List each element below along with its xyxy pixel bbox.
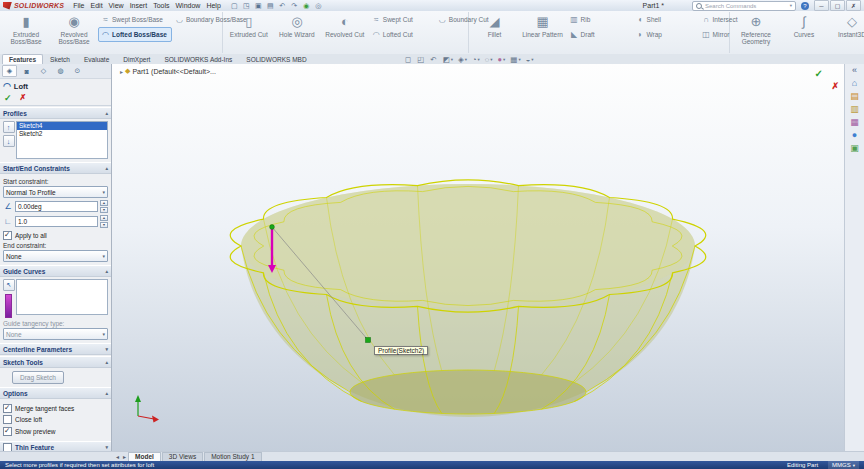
ribbon-button[interactable]: Lofted Boss/Base [98,27,172,42]
ribbon-button[interactable]: Rib [567,12,633,27]
ribbon-button[interactable]: Linear Pattern [519,12,567,53]
option-row[interactable]: Show preview [3,427,108,436]
length-spinner[interactable]: ▲▼ [100,215,108,228]
dimxpert-tab[interactable] [36,65,51,77]
ribbon-button[interactable]: Instant3D [828,12,864,53]
tangent-length-input[interactable]: 1.0 [15,216,98,227]
guide-curves-list[interactable] [16,279,108,315]
maximize-button[interactable]: ▢ [830,0,845,11]
tab-scroll-right-icon[interactable]: ▸ [121,453,128,460]
command-tab[interactable]: DimXpert [116,54,157,64]
ribbon-button[interactable]: Extruded Cut [225,12,273,53]
ribbon-button[interactable]: Shell [633,12,699,27]
breadcrumb[interactable]: ▸ ◆ Part1 (Default<<Default>... [120,67,216,75]
ok-button[interactable]: ✓ [4,93,12,103]
open-icon[interactable] [242,2,251,10]
angle-spinner[interactable]: ▲▼ [100,200,108,213]
print-icon[interactable] [266,2,275,10]
profile-list-item[interactable]: Sketch4 [17,122,107,130]
section-view-icon[interactable]: ▾ [443,55,453,64]
drag-sketch-button[interactable]: Drag Sketch [12,371,64,384]
tab-scroll-left-icon[interactable]: ◂ [114,453,121,460]
view-palette-icon[interactable] [850,118,859,127]
constraints-section-header[interactable]: Start/End Constraints [0,162,111,174]
display-manager-tab[interactable] [53,65,68,77]
menu-item[interactable]: File [70,2,87,9]
viewport-cancel-button[interactable]: ✗ [831,81,839,91]
option-checkbox[interactable] [3,404,12,413]
save-icon[interactable] [254,2,263,10]
close-button[interactable]: ✗ [846,0,861,11]
rebuild-icon[interactable] [302,2,311,10]
option-checkbox[interactable] [3,415,12,424]
menu-item[interactable]: Tools [150,2,172,9]
profiles-list[interactable]: Sketch4Sketch2 [16,121,108,159]
appearances-icon[interactable] [852,131,857,140]
resources-icon[interactable] [852,79,857,88]
apply-to-all-row[interactable]: Apply to all [3,231,108,240]
profiles-section-header[interactable]: Profiles [0,107,111,119]
ribbon-button[interactable]: Lofted Cut [369,27,435,42]
guide-tangency-select[interactable]: None [3,328,108,340]
search-input[interactable]: Search Commands ▾ [692,1,796,11]
units-selector[interactable]: MMGS ▾ [828,461,859,469]
cancel-button[interactable]: ✗ [20,93,27,103]
undo-icon[interactable] [278,2,287,10]
option-row[interactable]: Merge tangent faces [3,404,108,413]
redo-icon[interactable] [290,2,299,10]
help-icon[interactable]: ? [801,2,809,10]
zoom-fit-icon[interactable] [405,55,412,64]
sketch-tools-section-header[interactable]: Sketch Tools [0,356,111,368]
command-tab[interactable]: Features [2,54,43,64]
menu-item[interactable]: Insert [127,2,151,9]
options-section-header[interactable]: Options [0,387,111,399]
ribbon-button[interactable]: Swept Boss/Base [98,12,172,27]
ribbon-button[interactable]: Curves [780,12,828,53]
document-tab[interactable]: Model [128,452,161,461]
file-explorer-icon[interactable] [850,105,859,114]
pin-tab[interactable] [70,65,85,77]
menu-item[interactable]: Help [203,2,223,9]
ribbon-button[interactable]: Extruded Boss/Base [2,12,50,53]
ribbon-button[interactable]: Hole Wizard [273,12,321,53]
ribbon-button[interactable]: Fillet [471,12,519,53]
viewport-ok-button[interactable]: ✓ [815,68,823,79]
ribbon-button[interactable]: Draft [567,27,633,42]
ribbon-button[interactable]: Wrap [633,27,699,42]
property-manager-tab[interactable] [2,65,17,77]
option-row[interactable]: Close loft [3,415,108,424]
configuration-manager-tab[interactable] [19,65,34,77]
profile-handle[interactable] [366,338,371,343]
guide-curves-section-header[interactable]: Guide Curves [0,265,111,277]
connector-end-handle[interactable] [270,266,274,270]
command-tab[interactable]: SOLIDWORKS Add-Ins [157,54,239,64]
graphics-viewport[interactable]: ▸ ◆ Part1 (Default<<Default>... ✓ ✗ Prof… [112,64,845,452]
guide-select-button[interactable] [3,279,15,291]
taskpane-collapse-icon[interactable] [852,66,857,75]
zoom-area-icon[interactable] [417,55,425,64]
apply-scene-icon[interactable]: ▾ [510,55,520,64]
view-settings-icon[interactable]: ▾ [526,55,534,64]
command-tab[interactable]: SOLIDWORKS MBD [239,54,313,64]
custom-properties-icon[interactable] [850,144,859,153]
end-constraint-select[interactable]: None [3,250,108,262]
menu-item[interactable]: Edit [88,2,106,9]
option-checkbox[interactable] [3,427,12,436]
document-tab[interactable]: 3D Views [162,452,203,461]
centerline-section-header[interactable]: Centerline Parameters [0,343,111,355]
edit-appearance-icon[interactable]: ▾ [498,55,506,64]
document-tab[interactable]: Motion Study 1 [204,452,261,461]
ribbon-button[interactable]: Revolved Boss/Base [50,12,98,53]
view-orientation-icon[interactable]: ▾ [458,55,467,64]
hide-show-items-icon[interactable]: ▾ [485,55,493,64]
move-profile-up-button[interactable] [3,121,15,133]
menu-item[interactable]: View [106,2,127,9]
previous-view-icon[interactable] [430,55,437,64]
start-constraint-select[interactable]: Normal To Profile [3,186,108,198]
model-preview[interactable] [112,64,845,452]
options-icon[interactable] [314,2,323,10]
move-profile-down-button[interactable] [3,135,15,147]
new-file-icon[interactable] [230,2,239,10]
draft-angle-input[interactable]: 0.00deg [15,201,98,212]
display-style-icon[interactable]: ▾ [472,55,480,64]
